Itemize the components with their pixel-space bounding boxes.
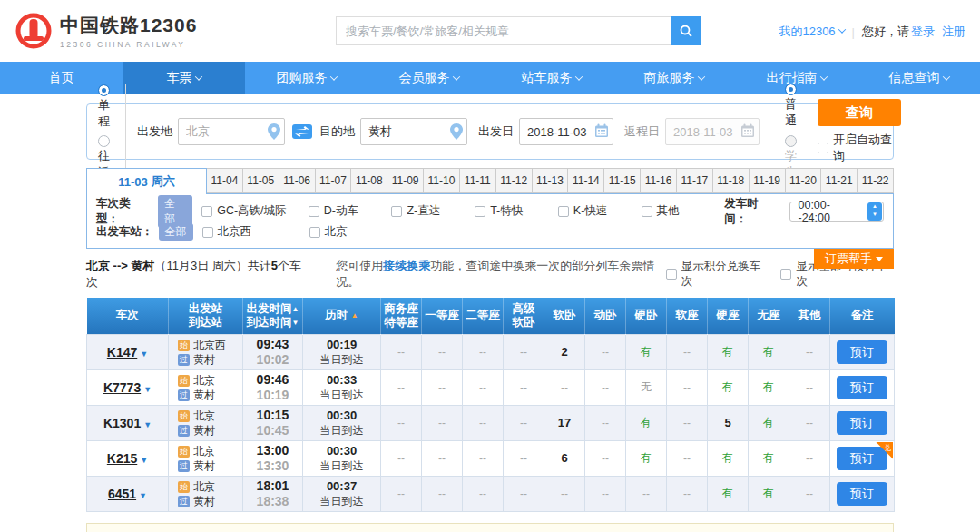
date-tab[interactable]: 11-10: [424, 168, 460, 193]
col-duration[interactable]: 历时 ▲: [303, 298, 381, 334]
swap-stations-icon[interactable]: [292, 124, 312, 139]
checkbox-icon: [201, 206, 212, 217]
book-button[interactable]: 预订: [837, 411, 887, 435]
date-tab[interactable]: 11-05: [243, 168, 279, 193]
transfer-link[interactable]: 接续换乘: [383, 259, 430, 272]
seat-cell: 有: [626, 440, 667, 476]
book-button[interactable]: 预订: [837, 482, 887, 506]
expand-caret-icon[interactable]: ▼: [139, 491, 147, 500]
date-tab[interactable]: 11-12: [496, 168, 533, 193]
pass-station-badge: 过: [178, 460, 190, 472]
date-tab[interactable]: 11-17: [677, 168, 713, 193]
depart-time-select[interactable]: 00:00--24:00 ▲▼: [789, 202, 884, 222]
seat-cell: --: [585, 334, 626, 369]
col-second-class: 二等座: [463, 298, 504, 334]
date-tab[interactable]: 11-14: [568, 168, 604, 193]
location-pin-icon[interactable]: [450, 123, 463, 140]
expand-caret-icon[interactable]: ▼: [140, 456, 148, 465]
register-link[interactable]: 注册: [942, 24, 965, 40]
top-header: 中国铁路12306 12306 CHINA RAILWAY 我的12306 | …: [0, 0, 980, 62]
sort-desc-icon[interactable]: ▼: [292, 319, 299, 327]
filter-beijingxi[interactable]: 北京西: [202, 224, 309, 240]
filter-gc[interactable]: GC-高铁/城际: [201, 203, 309, 219]
date-tab[interactable]: 11-07: [316, 168, 352, 193]
date-tab[interactable]: 11-06: [279, 168, 316, 193]
seat-cell: --: [585, 369, 626, 405]
date-tab[interactable]: 11-15: [604, 168, 641, 193]
expand-caret-icon[interactable]: ▼: [143, 385, 152, 394]
date-tab[interactable]: 11-09: [387, 168, 424, 193]
nav-member-services[interactable]: 会员服务: [368, 62, 490, 94]
arrive-time: 10:02: [245, 352, 300, 368]
sort-asc-active-icon[interactable]: ▲: [351, 311, 358, 320]
expand-caret-icon[interactable]: ▼: [143, 420, 152, 429]
auto-query-checkbox[interactable]: 开启自动查询: [818, 132, 901, 164]
seat-cell: 有: [708, 440, 749, 476]
booking-helper-button[interactable]: 订票帮手: [814, 249, 894, 269]
notice-box: 如果查询结果中没有满足需求的车次，您还可以使用接续换乘 功能，查询途中换乘一次的…: [86, 523, 894, 532]
date-tab[interactable]: 11-13: [533, 168, 569, 193]
date-tab[interactable]: 11-11: [460, 168, 496, 193]
nav-station-services[interactable]: 站车服务: [490, 62, 612, 94]
expand-caret-icon[interactable]: ▼: [140, 350, 148, 359]
seat-cell: --: [667, 369, 708, 405]
train-number-link[interactable]: K1301: [103, 416, 141, 430]
train-number-link[interactable]: 6451: [108, 487, 136, 501]
show-points-trains-checkbox[interactable]: 显示积分兑换车次: [666, 259, 769, 290]
date-tab-active[interactable]: 11-03周六: [86, 168, 207, 194]
chevron-down-icon: [574, 73, 582, 80]
filter-t[interactable]: T-特快: [475, 203, 558, 219]
greeting-text: 您好，请: [862, 24, 909, 40]
trip-type-group: 单程 往返: [98, 84, 126, 181]
spinner-updown-icon[interactable]: ▲▼: [867, 202, 882, 221]
train-number-link[interactable]: K147: [107, 345, 137, 360]
date-tab[interactable]: 11-18: [713, 168, 750, 193]
search-input[interactable]: [336, 16, 671, 45]
arrive-time: 13:30: [245, 458, 300, 474]
date-tab[interactable]: 11-20: [786, 168, 822, 193]
date-tab[interactable]: 11-19: [750, 168, 786, 193]
normal-radio[interactable]: 普通: [785, 83, 801, 129]
book-button[interactable]: 预订: [837, 447, 887, 470]
nav-business-travel[interactable]: 商旅服务: [612, 62, 735, 94]
seat-cell: --: [504, 369, 544, 405]
one-way-radio[interactable]: 单程: [98, 84, 114, 130]
book-button[interactable]: 预订: [837, 340, 887, 364]
filter-beijing[interactable]: 北京: [309, 224, 393, 240]
query-button[interactable]: 查询: [818, 99, 901, 126]
filter-z[interactable]: Z-直达: [391, 203, 475, 219]
train-number-link[interactable]: K7773: [103, 380, 141, 395]
my-12306-link[interactable]: 我的12306: [779, 24, 844, 40]
seat-cell: --: [544, 476, 585, 511]
login-link[interactable]: 登录: [911, 24, 935, 40]
route-text: 北京 --> 黄村: [86, 259, 154, 272]
date-tab[interactable]: 11-04: [207, 168, 243, 193]
date-tab[interactable]: 11-22: [858, 168, 894, 193]
nav-info-query[interactable]: 信息查询: [858, 62, 980, 94]
filter-d[interactable]: D-动车: [309, 203, 392, 219]
seat-cell: --: [504, 476, 544, 511]
date-tab[interactable]: 11-16: [641, 168, 677, 193]
logo[interactable]: 中国铁路12306 12306 CHINA RAILWAY: [15, 12, 197, 50]
logo-subtitle: 12306 CHINA RAILWAY: [60, 40, 197, 49]
filter-k[interactable]: K-快速: [558, 203, 642, 219]
calendar-icon[interactable]: [594, 123, 609, 138]
date-tab[interactable]: 11-08: [351, 168, 387, 193]
station-all-badge[interactable]: 全部: [159, 223, 193, 241]
chevron-down-icon: [697, 73, 704, 80]
sort-asc-icon[interactable]: ▲: [292, 305, 299, 313]
seat-cell: --: [667, 334, 708, 369]
search-button[interactable]: [671, 16, 701, 45]
filter-other[interactable]: 其他: [642, 203, 725, 219]
col-first-class: 一等座: [422, 298, 463, 334]
train-number-link[interactable]: K215: [107, 451, 137, 466]
book-button[interactable]: 预订: [837, 376, 887, 399]
location-pin-icon[interactable]: [268, 123, 280, 140]
nav-tickets[interactable]: 车票: [122, 62, 245, 94]
seat-cell: --: [626, 476, 667, 511]
col-times[interactable]: 出发时间▲到达时间▼: [243, 298, 303, 334]
seat-cell: --: [504, 334, 544, 369]
nav-group-services[interactable]: 团购服务: [245, 62, 368, 94]
seat-cell: 有: [749, 476, 789, 511]
date-tab[interactable]: 11-21: [821, 168, 858, 193]
